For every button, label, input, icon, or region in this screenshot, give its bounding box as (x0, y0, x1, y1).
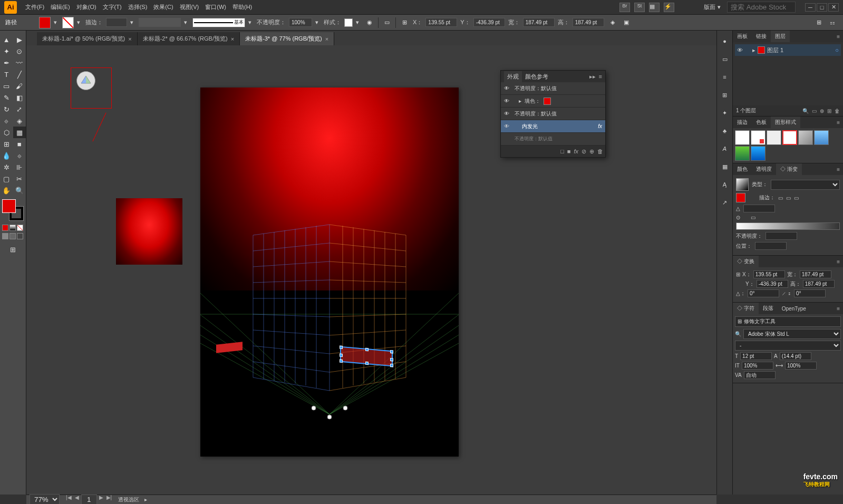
style-swatch[interactable] (798, 130, 813, 145)
shape-icon[interactable]: ◈ (607, 18, 618, 27)
last-artboard-icon[interactable]: ▶| (105, 495, 113, 504)
gradient-preview[interactable] (736, 178, 749, 191)
graph-tool[interactable]: ⊪ (13, 161, 26, 173)
document-tab[interactable]: 未标题-2* @ 66.67% (RGB/预览)× (138, 32, 240, 45)
menu-window[interactable]: 窗口(W) (202, 3, 229, 11)
menu-help[interactable]: 帮助(H) (229, 3, 255, 11)
make-clip-icon[interactable]: ▭ (812, 108, 817, 114)
visibility-icon[interactable]: 👁 (504, 123, 511, 129)
style-swatch[interactable] (751, 146, 766, 161)
tab-swatches[interactable]: 色板 (752, 117, 771, 128)
menu-type[interactable]: 文字(T) (100, 3, 125, 11)
fill-color[interactable] (2, 199, 16, 213)
symbols-icon[interactable]: ⊞ (720, 90, 730, 100)
gpu-button[interactable]: ⚡ (664, 3, 674, 12)
tf-w-input[interactable] (800, 270, 831, 278)
pen-tool[interactable]: ✒ (0, 57, 13, 69)
fill-swatch[interactable] (39, 17, 51, 28)
direct-selection-tool[interactable]: ▶ (13, 34, 26, 45)
visibility-icon[interactable]: 👁 (504, 98, 511, 104)
setup-icon[interactable]: ⊞ (813, 18, 824, 27)
stroke-type-btn[interactable]: ▭ (778, 195, 783, 201)
new-sublayer-icon[interactable]: ⊕ (820, 108, 824, 114)
panel-menu-icon[interactable]: ≡ (834, 120, 843, 125)
panel-menu-icon[interactable]: ≡ (834, 259, 843, 265)
style-swatch[interactable] (782, 130, 797, 145)
style-swatch[interactable] (814, 130, 829, 145)
w-input[interactable] (523, 18, 555, 27)
close-icon[interactable]: × (231, 36, 234, 42)
maximize-button[interactable]: □ (817, 3, 827, 12)
tab-paragraph[interactable]: 段落 (759, 303, 778, 314)
menu-edit[interactable]: 编辑(E) (47, 3, 73, 11)
menu-view[interactable]: 视图(V) (177, 3, 202, 11)
font-family-select[interactable]: Adobe 宋体 Std L (743, 329, 841, 339)
brushes-icon[interactable]: ≡ (720, 72, 730, 82)
color-icon[interactable]: ● (720, 36, 730, 46)
curvature-tool[interactable]: 〰 (13, 57, 26, 69)
delete-layer-icon[interactable]: 🗑 (835, 108, 840, 114)
new-layer-icon[interactable]: ⊞ (827, 108, 831, 114)
recolor-icon[interactable]: ◉ (364, 18, 375, 27)
layer-name[interactable]: 图层 1 (767, 46, 783, 54)
tab-opentype[interactable]: OpenType (778, 304, 810, 314)
delete-icon[interactable]: 🗑 (597, 148, 603, 154)
tab-appearance[interactable]: 外观 (504, 71, 522, 82)
document-tab[interactable]: 未标题-1.ai* @ 50% (RGB/预览)× (37, 32, 138, 45)
export-icon[interactable]: ↗ (720, 197, 730, 208)
style-swatch[interactable] (751, 130, 766, 145)
shaper-tool[interactable]: ✎ (0, 92, 13, 103)
artboard-tool[interactable]: ▢ (0, 173, 13, 185)
touch-type-tool[interactable]: ⊞修饰文字工具 (735, 316, 841, 327)
locate-icon[interactable]: 🔍 (802, 108, 809, 114)
menu-select[interactable]: 选择(S) (125, 3, 151, 11)
fill-stroke-indicator[interactable] (2, 199, 23, 220)
gradient-type-select[interactable] (771, 180, 840, 190)
tab-gradient[interactable]: ◇ 渐变 (776, 163, 802, 175)
tf-x-input[interactable] (753, 270, 785, 278)
tf-h-input[interactable] (803, 280, 835, 288)
width-tool[interactable]: ⟐ (0, 115, 13, 127)
h-input[interactable] (573, 18, 604, 27)
type-tool[interactable]: T (0, 69, 13, 80)
status-menu-icon[interactable]: ▸ (144, 497, 147, 502)
chevron-down-icon[interactable]: ▾ (356, 19, 361, 26)
chevron-down-icon[interactable]: ▾ (315, 19, 321, 26)
arrange-button[interactable]: ▦ (649, 3, 660, 12)
tab-links[interactable]: 链接 (752, 31, 771, 42)
transform-ref-icon[interactable]: ⊞ (399, 18, 410, 27)
close-icon[interactable]: × (128, 36, 131, 42)
tab-character[interactable]: ◇ 字符 (733, 303, 759, 314)
panel-menu-icon[interactable]: ≡ (834, 306, 843, 312)
free-transform-tool[interactable]: ◈ (13, 115, 26, 127)
tab-artboards[interactable]: 画板 (733, 31, 752, 42)
stroke-type-btn[interactable]: ▭ (786, 195, 791, 201)
graphic-style-swatch[interactable] (344, 18, 353, 27)
library-icon[interactable]: ▭ (720, 54, 730, 64)
workspace-selector[interactable]: 版面 ▾ (704, 3, 723, 11)
menu-file[interactable]: 文件(F) (22, 3, 47, 11)
hand-tool[interactable]: ✋ (0, 185, 13, 196)
canvas[interactable] (26, 45, 716, 495)
screen-mode-full[interactable] (9, 233, 16, 239)
symbol-sprayer-tool[interactable]: ✲ (0, 161, 13, 173)
tab-transform[interactable]: ◇ 变换 (733, 256, 759, 267)
panel-menu-icon[interactable]: ≡ (599, 73, 602, 80)
duplicate-icon[interactable]: ⊕ (589, 148, 594, 155)
gradient-position-input[interactable] (755, 242, 787, 250)
tf-angle-input[interactable] (748, 289, 779, 297)
tab-layers[interactable]: 图层 (771, 31, 790, 42)
tab-color[interactable]: 颜色 (733, 163, 752, 175)
line-tool[interactable]: ╱ (13, 69, 26, 80)
type-panel-icon[interactable]: A (720, 143, 730, 154)
fill-swatch[interactable] (544, 98, 551, 105)
document-tab[interactable]: 未标题-3* @ 77% (RGB/预览)× (240, 32, 334, 45)
screen-mode-presentation[interactable] (17, 233, 23, 239)
perspective-widget[interactable] (76, 71, 95, 90)
paintbrush-tool[interactable]: 🖌 (13, 80, 26, 92)
font-size-input[interactable] (740, 352, 772, 360)
panel-menu-icon[interactable]: ≡ (834, 167, 843, 172)
glyph-icon[interactable]: Ą (720, 179, 730, 190)
close-button[interactable]: ✕ (828, 3, 839, 12)
clear-icon[interactable]: ⊘ (582, 148, 586, 155)
